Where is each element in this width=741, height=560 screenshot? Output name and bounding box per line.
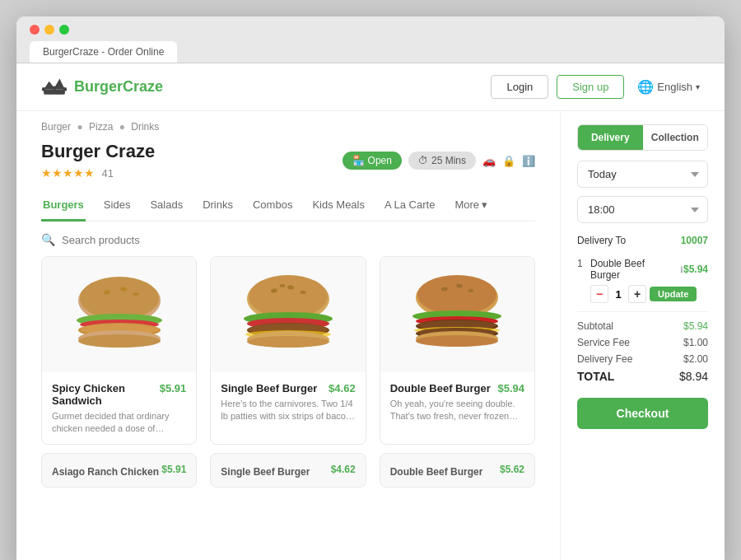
product-name: Double Beef Burger	[390, 382, 491, 394]
restaurant-name: Burger Craze	[41, 141, 155, 162]
logo-text: BurgerCraze	[74, 78, 163, 96]
time-badge: ⏱ 25 Mins	[408, 152, 476, 170]
product-info-spicy-chicken: Spicy Chicken Sandwich $5.91 Gurmet deci…	[42, 372, 196, 444]
qty-minus-btn[interactable]: −	[590, 285, 608, 303]
tab-combos[interactable]: Combos	[251, 190, 294, 222]
breadcrumb: Burger ● Pizza ● Drinks	[41, 111, 535, 138]
delivery-fee-label: Delivery Fee	[577, 353, 632, 365]
service-fee-row: Service Fee $1.00	[577, 337, 708, 348]
single-beef-img	[235, 269, 342, 360]
signup-button[interactable]: Sign up	[557, 75, 624, 99]
logo: BurgerCraze	[41, 76, 491, 99]
svg-point-4	[63, 87, 67, 91]
collection-toggle-btn[interactable]: Collection	[643, 125, 708, 150]
delivery-icon: 🚗	[482, 155, 496, 167]
bottom-price-0: $5.91	[161, 464, 186, 475]
svg-point-2	[42, 87, 46, 91]
delivery-to-row: Delivery To 10007	[577, 235, 708, 246]
qty-plus-btn[interactable]: +	[628, 285, 646, 303]
product-card-double-beef[interactable]: Double Beef Burger $5.94 Oh yeah, you're…	[380, 256, 535, 445]
bottom-card-0[interactable]: $5.91 Asiago Ranch Chicken	[41, 453, 197, 488]
restaurant-info: Burger Craze ★★★★★ 41	[41, 141, 155, 180]
browser-tab: BurgerCraze - Order Online	[30, 41, 177, 63]
minimize-button[interactable]	[44, 25, 54, 35]
day-select[interactable]: Today Tomorrow	[577, 161, 708, 188]
order-item-price: $5.94	[683, 264, 708, 275]
language-selector[interactable]: 🌐 English ▾	[637, 79, 700, 95]
store-icon: 🏪	[352, 155, 365, 166]
login-button[interactable]: Login	[491, 75, 548, 99]
tab-more[interactable]: More ▾	[453, 190, 489, 222]
product-desc: Oh yeah, you're seeing double. That's tw…	[390, 398, 524, 423]
info-icon: ℹ️	[522, 155, 535, 167]
open-badge: 🏪 Open	[343, 152, 402, 170]
double-beef-img	[403, 269, 510, 360]
svg-point-15	[78, 334, 161, 348]
delivery-zip[interactable]: 10007	[681, 235, 708, 246]
qty-control: − 1 + Update	[590, 285, 708, 303]
chevron-down-icon: ▾	[696, 82, 700, 91]
subtotal-row: Subtotal $5.94	[577, 320, 708, 332]
order-item-name: Double Beef Burger ℹ	[590, 258, 683, 281]
delivery-fee-val: $2.00	[683, 353, 708, 365]
product-card-spicy-chicken[interactable]: Spicy Chicken Sandwich $5.91 Gurmet deci…	[41, 256, 197, 445]
svg-point-30	[417, 275, 496, 315]
product-price: $5.91	[160, 382, 187, 394]
delivery-fee-row: Delivery Fee $2.00	[577, 353, 708, 365]
product-image-single-beef	[211, 257, 365, 372]
time-select[interactable]: 18:00 19:00 20:00	[577, 196, 708, 223]
tab-drinks[interactable]: Drinks	[201, 190, 235, 222]
svg-point-20	[300, 291, 305, 294]
svg-point-28	[247, 336, 329, 348]
order-item-row: 1 Double Beef Burger ℹ $5.94 − 1	[577, 258, 708, 303]
search-bar: 🔍	[41, 222, 535, 256]
bottom-card-2[interactable]: $5.62 Double Beef Burger	[380, 453, 535, 488]
svg-rect-0	[44, 89, 65, 94]
close-button[interactable]	[30, 25, 40, 35]
qty-value: 1	[612, 288, 625, 301]
tab-label: BurgerCraze - Order Online	[43, 46, 164, 58]
product-info-single-beef: Single Beef Burger $4.62 Here's to the c…	[211, 372, 365, 432]
product-desc: Here's to the carnivores. Two 1/4 lb pat…	[221, 398, 355, 423]
spicy-chicken-img	[66, 269, 173, 360]
tab-kids-meals[interactable]: Kids Meals	[310, 190, 366, 222]
bottom-name-2: Double Beef Burger	[390, 466, 483, 478]
svg-point-33	[468, 289, 474, 292]
delivery-toggle-btn[interactable]: Delivery	[578, 125, 643, 150]
header-actions: Login Sign up 🌐 English ▾	[491, 75, 700, 99]
restaurant-badges: 🏪 Open ⏱ 25 Mins 🚗 🔒 ℹ️	[343, 152, 535, 170]
order-item-qty: 1	[577, 258, 585, 269]
sidebar: Delivery Collection Today Tomorrow 18:00…	[560, 111, 725, 560]
product-image-spicy-chicken	[42, 257, 196, 372]
order-item-details: Double Beef Burger ℹ $5.94 − 1 + Update	[590, 258, 708, 303]
total-label: TOTAL	[577, 370, 614, 383]
svg-point-42	[416, 335, 498, 347]
tab-salads[interactable]: Salads	[148, 190, 184, 222]
globe-icon: 🌐	[637, 79, 654, 95]
content-area: Burger ● Pizza ● Drinks Burger Craze ★★★…	[16, 111, 560, 560]
delivery-to-label: Delivery To	[577, 235, 626, 246]
maximize-button[interactable]	[59, 25, 69, 35]
subtotal-label: Subtotal	[577, 320, 613, 332]
more-chevron-icon: ▾	[482, 198, 487, 211]
main-layout: Burger ● Pizza ● Drinks Burger Craze ★★★…	[16, 111, 725, 560]
order-divider	[577, 311, 708, 312]
update-button[interactable]: Update	[650, 287, 697, 301]
total-row: TOTAL $8.94	[577, 370, 708, 383]
delivery-toggle: Delivery Collection	[577, 124, 708, 151]
product-card-single-beef[interactable]: Single Beef Burger $4.62 Here's to the c…	[210, 256, 366, 445]
product-image-double-beef	[380, 257, 534, 372]
rating-row: ★★★★★ 41	[41, 166, 155, 180]
bottom-price-1: $4.62	[331, 464, 356, 475]
service-fee-label: Service Fee	[577, 337, 630, 348]
tab-burgers[interactable]: Burgers	[41, 190, 86, 222]
bottom-price-2: $5.62	[500, 464, 524, 475]
bottom-card-1[interactable]: $4.62 Single Beef Burger	[210, 453, 366, 488]
product-price: $4.62	[329, 382, 356, 394]
search-input[interactable]	[62, 234, 226, 246]
tab-sides[interactable]: Sides	[102, 190, 133, 222]
tab-a-la-carte[interactable]: A La Carte	[383, 190, 436, 222]
search-icon: 🔍	[41, 233, 55, 246]
checkout-button[interactable]: Checkout	[577, 398, 708, 429]
subtotal-val: $5.94	[683, 320, 708, 332]
